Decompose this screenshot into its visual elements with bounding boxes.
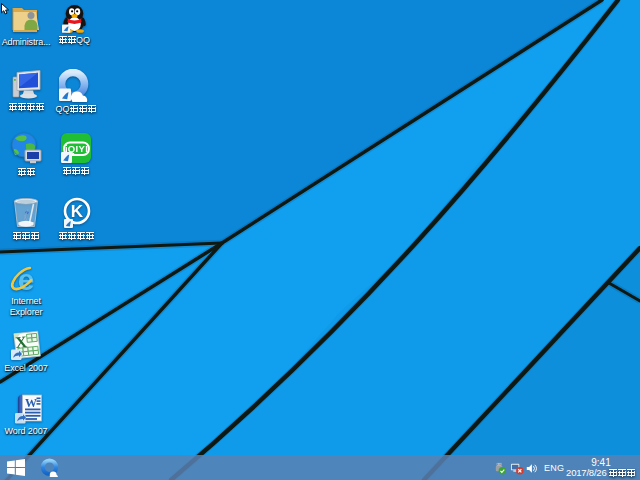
svg-text:K: K <box>71 202 84 221</box>
svg-text:W: W <box>25 396 37 410</box>
svg-text:X: X <box>15 333 29 351</box>
